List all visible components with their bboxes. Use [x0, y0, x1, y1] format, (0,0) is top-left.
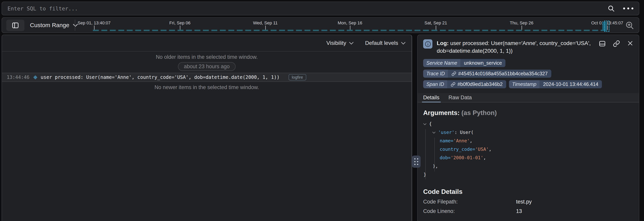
param-comma: , — [470, 137, 472, 145]
code-lineno-label: Code Lineno: — [423, 208, 516, 214]
trace-id-value: #454514c0168a455a51bb4ceba354c327 — [458, 71, 548, 76]
code-details-section: Code Details Code Filepath: test.py Code… — [423, 188, 633, 214]
sql-filter-input[interactable]: Enter SQL to filter... — [8, 5, 608, 11]
close-brace: } — [424, 171, 426, 179]
info-level-icon — [423, 39, 432, 48]
indent-guide — [434, 138, 435, 172]
collapse-chevron-icon[interactable] — [423, 123, 429, 125]
sidebar-toggle-button[interactable] — [6, 20, 24, 31]
log-list-panel: Visibility Default levels No older items… — [2, 35, 412, 221]
time-ago-badge: about 23 hours ago — [178, 62, 236, 71]
tree-key: 'user' — [438, 128, 454, 137]
code-filepath-row: Code Filepath: test.py — [423, 199, 633, 205]
chevron-down-icon — [73, 23, 78, 27]
divider — [75, 20, 75, 31]
axis-tick-mark — [522, 25, 522, 30]
close-icon[interactable] — [627, 40, 633, 46]
badge-label: Service Name — [423, 59, 460, 67]
span-id-badge: Span ID #b0f0d9ed1ab346b2 — [423, 80, 506, 88]
code-filepath-label: Code Filepath: — [423, 199, 516, 205]
detail-title: Log: user processed: User(name='Anne', c… — [437, 39, 594, 55]
badge-label: Timestamp — [509, 80, 540, 88]
time-range-selector[interactable]: Custom Range — [30, 18, 78, 33]
code-lineno-row: Code Lineno: 13 — [423, 208, 633, 214]
time-range-label: Custom Range — [30, 22, 69, 28]
param-comma: , — [489, 145, 492, 154]
code-lineno-value: 13 — [516, 208, 522, 214]
param-value: '2000-01-01' — [450, 154, 483, 162]
tab-details[interactable]: Details — [423, 93, 440, 102]
tree-call: : User( — [454, 128, 474, 137]
zoom-in-icon[interactable] — [625, 21, 634, 30]
axis-tick-label: Sat, Sep 21 — [424, 20, 447, 25]
indent-guide — [425, 129, 426, 179]
detail-header: Log: user processed: User(name='Anne', c… — [423, 39, 633, 55]
panel-resize-handle[interactable] — [412, 156, 420, 168]
collapse-chevron-icon[interactable] — [432, 131, 438, 134]
search-icon[interactable] — [608, 5, 615, 12]
axis-tick-mark — [265, 25, 266, 30]
param-comma: , — [484, 154, 486, 162]
log-detail-panel: Log: user processed: User(name='Anne', c… — [417, 35, 639, 221]
tab-raw-data[interactable]: Raw Data — [448, 93, 472, 102]
default-levels-label: Default levels — [365, 40, 398, 46]
axis-tick-label: Wed, Sep 11 — [253, 20, 278, 25]
chevron-down-icon — [401, 41, 406, 45]
log-list-header: Visibility Default levels — [2, 35, 412, 51]
code-details-heading: Code Details — [423, 188, 633, 196]
axis-tick-label: Mon, Sep 16 — [338, 20, 362, 25]
axis-tick-label: Thu, Sep 26 — [510, 20, 534, 25]
log-row[interactable]: 13:44:46 user processed: User(name='Anne… — [2, 73, 412, 82]
visibility-label: Visibility — [326, 40, 346, 46]
metadata-badges: Service Name unknown_service Trace ID #4… — [423, 59, 633, 88]
badge-value[interactable]: #b0f0d9ed1ab346b2 — [447, 80, 506, 88]
link-icon — [452, 71, 456, 76]
axis-tick-label: Sep 01, 13:40:07 — [78, 20, 110, 25]
span-id-value: #b0f0d9ed1ab346b2 — [458, 81, 502, 87]
default-levels-dropdown[interactable]: Default levels — [365, 40, 406, 46]
timeline-bar: Custom Range Sep 01, 13:40:07 Fri, Sep 0… — [2, 17, 639, 33]
detail-title-prefix: Log: — [437, 40, 449, 46]
axis-tick-mark — [436, 25, 436, 30]
param-name: country_code= — [440, 145, 475, 154]
sql-filter-bar: Enter SQL to filter... — [2, 1, 639, 15]
trace-id-badge: Trace ID #454514c0168a455a51bb4ceba354c3… — [423, 70, 551, 78]
open-brace: { — [429, 120, 432, 128]
link-icon — [451, 82, 456, 87]
visibility-dropdown[interactable]: Visibility — [326, 40, 354, 46]
code-filepath-value: test.py — [516, 199, 532, 205]
chevron-down-icon — [349, 41, 354, 45]
detail-title-text: user processed: User(name='Anne', countr… — [437, 40, 591, 54]
badge-value: unknown_service — [460, 59, 506, 67]
split-view-icon[interactable] — [599, 40, 606, 47]
no-newer-items-text: No newer items in the selected time wind… — [2, 84, 412, 90]
axis-tick-mark — [350, 25, 350, 30]
param-name: name= — [440, 137, 453, 145]
more-options-icon[interactable] — [623, 7, 633, 9]
log-row-time: 13:44:46 — [7, 74, 30, 80]
param-value: 'USA' — [475, 145, 489, 154]
param-name: dob= — [440, 154, 450, 162]
timeline-activity-dashes — [93, 30, 608, 31]
copy-link-icon[interactable] — [613, 40, 620, 47]
axis-tick-mark — [94, 25, 94, 30]
badge-value[interactable]: #454514c0168a455a51bb4ceba354c327 — [448, 70, 551, 78]
arguments-heading-text: Arguments: — [423, 109, 460, 116]
timestamp-badge: Timestamp 2024-10-01 13:44:46.414 — [509, 80, 602, 88]
timeline-selection-window[interactable] — [604, 21, 609, 32]
python-arguments-tree: { 'user': User( name='Anne', country_cod… — [423, 120, 633, 179]
log-level-diamond-icon — [33, 75, 37, 79]
detail-tabs: Details Raw Data — [418, 93, 639, 102]
badge-value: 2024-10-01 13:44:46.414 — [540, 80, 602, 88]
log-row-tag[interactable]: logfire — [288, 74, 306, 80]
axis-tick-mark — [180, 25, 180, 30]
arguments-heading: Arguments: (as Python) — [423, 109, 633, 117]
badge-label: Trace ID — [423, 70, 448, 78]
log-row-message: user processed: User(name='Anne', countr… — [41, 74, 280, 80]
sidebar-panel-icon — [12, 22, 19, 29]
service-name-badge: Service Name unknown_service — [423, 59, 506, 67]
axis-tick-label: Fri, Sep 06 — [169, 20, 190, 25]
param-value: 'Anne' — [453, 137, 470, 145]
no-older-items-text: No older items in the selected time wind… — [2, 54, 412, 60]
arguments-qualifier: (as Python) — [460, 109, 497, 116]
